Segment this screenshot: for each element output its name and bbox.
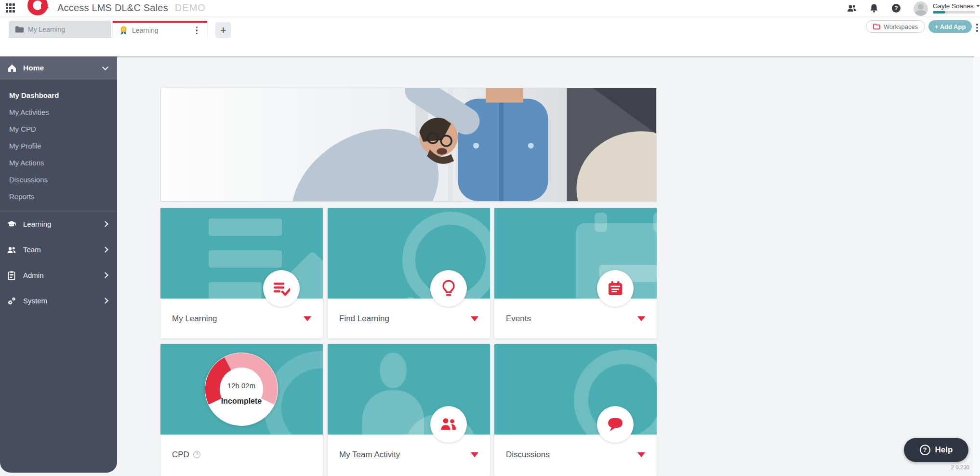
workspaces-folder-icon [873,24,880,29]
chevron-down-icon [102,64,108,70]
medal-icon [119,26,128,35]
sidebar-section-label: Admin [23,271,44,279]
tile-title: CPD [172,450,189,460]
sidebar-section-label: Team [23,245,41,254]
gears-icon [7,296,16,306]
access-logo-icon [27,0,48,15]
sidebar-item-my-dashboard[interactable]: My Dashboard [0,87,117,104]
chevron-right-icon [102,272,108,278]
user-name: Gayle Soanes [933,2,974,10]
tile-menu-caret-icon[interactable] [471,452,478,457]
playlist-check-icon[interactable] [263,270,300,307]
tile-events[interactable]: Events [494,208,657,339]
add-app-button[interactable]: + Add App [928,20,972,33]
tile-find-learning[interactable]: Find Learning [328,208,490,339]
cpd-gauge-status: Incomplete [221,397,262,405]
user-menu[interactable]: Gayle Soanes [933,2,979,14]
chevron-down-icon [976,5,980,7]
tile-my-team-activity[interactable]: My Team Activity [328,344,490,476]
sidebar-section-admin[interactable]: Admin [0,262,117,288]
svg-text:?: ? [894,5,898,12]
tile-menu-caret-icon[interactable] [304,316,311,321]
tile-title: Find Learning [339,314,389,324]
sidebar-section-label: System [23,297,47,305]
sidebar-nav: Home My Dashboard My Activities My CPD M… [0,56,117,473]
help-button[interactable]: ? Help [904,438,968,462]
tile-cpd[interactable]: 12h 02m Incomplete CPD ? [160,344,323,476]
chat-bubble-icon[interactable] [597,406,634,443]
team-icon [7,245,16,255]
sidebar-item-my-activities[interactable]: My Activities [0,104,117,121]
tab-bar: My Learning Learning + Workspaces + Add … [0,16,980,56]
lms-dashboard-page: Access LMS DL&C Sales DEMO ? Gayle Soane… [0,0,980,476]
sidebar-section-team[interactable]: Team [0,237,117,262]
help-label: Help [935,445,953,455]
tile-title: My Learning [172,314,217,324]
question-mark-icon: ? [920,445,930,455]
profile-progress-bar [933,11,975,14]
tab-my-learning[interactable]: My Learning [9,21,111,38]
graduation-cap-icon [7,219,16,229]
people-icon[interactable] [847,3,857,13]
right-edge-panel [974,56,980,476]
folder-icon [15,26,24,33]
hero-image [160,88,657,202]
app-title: Access LMS DL&C Sales [57,2,168,14]
profile-progress-fill [933,11,945,14]
chevron-right-icon [102,298,108,304]
tile-art: 12h 02m Incomplete [160,344,323,435]
tab-label: Learning [132,27,159,34]
tile-art [328,208,490,299]
chevron-right-icon [102,246,108,253]
sidebar-item-discussions[interactable]: Discussions [0,171,117,188]
tile-title: Discussions [506,450,550,460]
tile-my-learning[interactable]: My Learning [160,208,323,339]
tile-title: My Team Activity [339,450,400,460]
environment-label: DEMO [175,2,206,14]
home-icon [7,63,17,73]
tab-options-kebab-icon[interactable] [193,25,201,37]
team-icon[interactable] [430,406,467,443]
tile-art [494,344,657,435]
cpd-gauge: 12h 02m Incomplete [205,353,278,426]
sidebar-section-home[interactable]: Home [0,56,117,80]
version-label: 2.0.230 [919,464,969,470]
chevron-right-icon [102,221,108,227]
sidebar-item-reports[interactable]: Reports [0,188,117,205]
tile-art [494,208,657,299]
sidebar-item-my-actions[interactable]: My Actions [0,154,117,171]
sidebar-item-my-profile[interactable]: My Profile [0,137,117,154]
sidebar-section-label: Home [23,64,44,72]
sidebar-section-system[interactable]: System [0,288,117,313]
tile-art [328,344,490,435]
tile-title: Events [506,314,531,324]
workspaces-button[interactable]: Workspaces [866,20,925,33]
sidebar-section-label: Learning [23,220,51,228]
app-launcher-icon[interactable] [6,3,15,13]
tile-menu-caret-icon[interactable] [637,316,645,321]
cpd-help-icon[interactable]: ? [193,451,200,458]
tab-learning[interactable]: Learning [112,21,208,38]
tile-art [160,208,323,299]
user-avatar[interactable] [914,1,928,16]
workspaces-label: Workspaces [884,23,918,30]
lightbulb-icon[interactable] [430,270,467,307]
calendar-icon[interactable] [597,270,634,307]
cpd-gauge-value: 12h 02m [227,381,255,390]
tile-menu-caret-icon[interactable] [471,316,478,321]
sidebar-section-learning[interactable]: Learning [0,211,117,237]
add-app-label: + Add App [935,23,966,30]
clipboard-icon [7,271,16,280]
tile-discussions[interactable]: Discussions [494,344,657,476]
hero-photo-illustration [161,88,656,201]
notifications-bell-icon[interactable] [869,3,879,13]
top-header: Access LMS DL&C Sales DEMO ? Gayle Soane… [0,0,980,16]
panel-options-kebab-icon[interactable] [975,22,980,33]
help-icon[interactable]: ? [891,3,901,13]
tab-label: My Learning [28,26,65,33]
home-submenu: My Dashboard My Activities My CPD My Pro… [0,80,117,211]
add-tab-button[interactable]: + [215,22,231,38]
sidebar-item-my-cpd[interactable]: My CPD [0,121,117,137]
tile-menu-caret-icon[interactable] [637,452,645,457]
